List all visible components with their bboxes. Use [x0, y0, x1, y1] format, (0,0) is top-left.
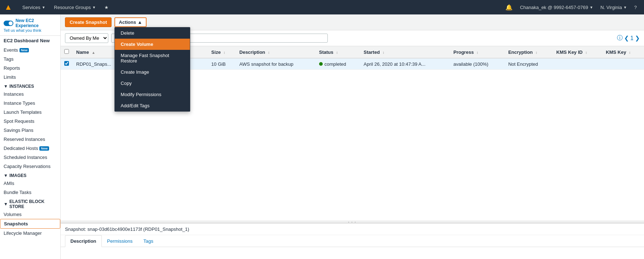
new-experience-section: New EC2 Experience Tell us what you thin… [0, 14, 60, 36]
instances-chevron-icon: ▼ [4, 84, 8, 89]
col-kms-key-id[interactable]: KMS Key ID ↕ [553, 46, 602, 58]
col-size[interactable]: Size ↕ [208, 46, 236, 58]
menu-item-delete[interactable]: Delete [115, 27, 190, 39]
new-experience-label: New EC2 Experience [16, 18, 57, 28]
menu-item-modify-permissions[interactable]: Modify Permissions [115, 89, 190, 100]
sidebar-item-scheduled-instances[interactable]: Scheduled Instances [0, 153, 60, 162]
cell-kms-key [602, 58, 644, 70]
sidebar-item-bundle-tasks[interactable]: Bundle Tasks [0, 188, 60, 197]
cell-size: 10 GiB [208, 58, 236, 70]
tab-tags[interactable]: Tags [138, 235, 158, 247]
filter-select[interactable]: Owned By Me [65, 33, 108, 43]
sidebar-item-instance-types[interactable]: Instance Types [0, 99, 60, 108]
col-status[interactable]: Status ↕ [316, 46, 360, 58]
ebs-chevron-icon: ▼ [4, 202, 8, 207]
started-sort-icon: ↕ [383, 51, 384, 55]
sidebar-item-snapshots[interactable]: Snapshots [0, 219, 60, 229]
sidebar-item-ec2-dashboard[interactable]: EC2 Dashboard New [0, 36, 60, 46]
next-page-icon[interactable]: ❯ [635, 35, 640, 42]
sidebar-item-limits[interactable]: Limits [0, 73, 60, 82]
snapshot-detail-title: Snapshot: snap-03d61bc4900e1173f (RDP01_… [61, 224, 644, 235]
cell-status: completed [316, 58, 360, 70]
sidebar-item-dedicated-hosts[interactable]: Dedicated Hosts New [0, 144, 60, 153]
col-description[interactable]: Description ↕ [236, 46, 316, 58]
resource-groups-nav[interactable]: Resource Groups ▼ [50, 0, 100, 14]
bottom-tabs: Description Permissions Tags [61, 235, 644, 247]
top-nav: ▲ Services ▼ Resource Groups ▼ ★ 🔔 Chana… [0, 0, 644, 14]
aws-logo: ▲ [4, 3, 12, 12]
bottom-panel: Snapshot: snap-03d61bc4900e1173f (RDP01_… [61, 223, 644, 259]
images-section-header[interactable]: ▼ IMAGES [0, 171, 60, 179]
new-experience-toggle[interactable] [4, 21, 13, 26]
col-encryption[interactable]: Encryption ↕ [505, 46, 553, 58]
region-menu[interactable]: N. Virginia ▼ [597, 0, 630, 14]
kms-sort-icon: ↕ [586, 51, 587, 55]
actions-dropdown-wrapper: Actions ▲ Delete Create Volume Manage Fa… [114, 17, 147, 27]
sidebar: New EC2 Experience Tell us what you thin… [0, 14, 61, 259]
dedicated-hosts-badge: New [39, 146, 49, 151]
tell-us-link[interactable]: Tell us what you think [4, 28, 57, 33]
row-checkbox[interactable] [64, 61, 69, 66]
cell-description: AWS snapshot for backup [236, 58, 316, 70]
name-sort-icon: ▲ [92, 51, 95, 55]
col-progress[interactable]: Progress ↕ [450, 46, 505, 58]
menu-item-create-image[interactable]: Create Image [115, 66, 190, 78]
size-sort-icon: ↕ [223, 51, 225, 55]
resource-groups-chevron-icon: ▼ [92, 5, 96, 9]
page-number: 1 [630, 35, 634, 42]
enc-sort-icon: ↕ [535, 51, 537, 55]
sidebar-item-tags[interactable]: Tags [0, 55, 60, 64]
sidebar-item-volumes[interactable]: Volumes [0, 210, 60, 219]
main-layout: New EC2 Experience Tell us what you thin… [0, 14, 644, 259]
content-area: Create Snapshot Actions ▲ Delete Create … [61, 14, 644, 259]
services-nav[interactable]: Services ▼ [18, 0, 50, 14]
sidebar-item-amis[interactable]: AMIs [0, 179, 60, 188]
actions-chevron-icon: ▲ [138, 20, 142, 25]
table-nav-icons: ⓘ ❮ 1 ❯ [617, 34, 640, 42]
menu-item-create-volume[interactable]: Create Volume [115, 39, 190, 50]
sidebar-item-spot-requests[interactable]: Spot Requests [0, 117, 60, 126]
tab-permissions[interactable]: Permissions [102, 235, 138, 247]
sidebar-item-reserved-instances[interactable]: Reserved Instances [0, 135, 60, 144]
sidebar-item-lifecycle-manager[interactable]: Lifecycle Manager [0, 229, 60, 238]
sidebar-item-savings-plans[interactable]: Savings Plans [0, 126, 60, 135]
actions-button[interactable]: Actions ▲ [114, 17, 147, 27]
help-icon[interactable]: ⓘ [617, 34, 623, 42]
support-icon[interactable]: ? [631, 0, 640, 14]
prev-page-icon[interactable]: ❮ [624, 35, 629, 42]
images-chevron-icon: ▼ [4, 173, 8, 178]
cell-kms-key-id [553, 58, 602, 70]
tab-description[interactable]: Description [65, 235, 102, 247]
sidebar-item-launch-templates[interactable]: Launch Templates [0, 108, 60, 117]
sidebar-item-instances[interactable]: Instances [0, 90, 60, 99]
create-snapshot-button[interactable]: Create Snapshot [65, 17, 112, 27]
col-started[interactable]: Started ↕ [360, 46, 450, 58]
star-nav[interactable]: ★ [100, 0, 113, 14]
cell-encryption: Not Encrypted [505, 58, 553, 70]
bell-icon[interactable]: 🔔 [505, 4, 513, 11]
sidebar-item-reports[interactable]: Reports [0, 64, 60, 73]
progress-sort-icon: ↕ [477, 51, 478, 55]
ebs-section-header[interactable]: ▼ ELASTIC BLOCK STORE [0, 197, 60, 210]
cell-progress: available (100%) [450, 58, 505, 70]
col-kms-key[interactable]: KMS Key ↕ [602, 46, 644, 58]
user-chevron-icon: ▼ [589, 5, 593, 9]
row-checkbox-cell[interactable] [61, 58, 73, 70]
select-all-checkbox[interactable] [64, 49, 69, 54]
menu-item-add-edit-tags[interactable]: Add/Edit Tags [115, 100, 190, 111]
status-icon [319, 62, 323, 66]
new-experience-toggle-row: New EC2 Experience [4, 18, 57, 28]
menu-item-manage-fast-snapshot[interactable]: Manage Fast Snapshot Restore [115, 50, 190, 66]
sidebar-item-capacity-reservations[interactable]: Capacity Reservations [0, 162, 60, 171]
user-menu[interactable]: Chanaka_ek @ 9992-6457-0769 ▼ [517, 0, 596, 14]
actions-dropdown-menu: Delete Create Volume Manage Fast Snapsho… [114, 27, 190, 112]
sidebar-item-events[interactable]: Events New [0, 46, 60, 55]
toolbar: Create Snapshot Actions ▲ Delete Create … [61, 14, 644, 30]
select-all-checkbox-cell[interactable] [61, 46, 73, 58]
desc-sort-icon: ↕ [268, 51, 270, 55]
services-chevron-icon: ▼ [42, 5, 45, 9]
ec2-dashboard-badge: New [40, 38, 50, 43]
menu-item-copy[interactable]: Copy [115, 78, 190, 89]
instances-section-header[interactable]: ▼ INSTANCES [0, 82, 60, 90]
cell-started: April 26, 2020 at 10:47:39 A... [360, 58, 450, 70]
